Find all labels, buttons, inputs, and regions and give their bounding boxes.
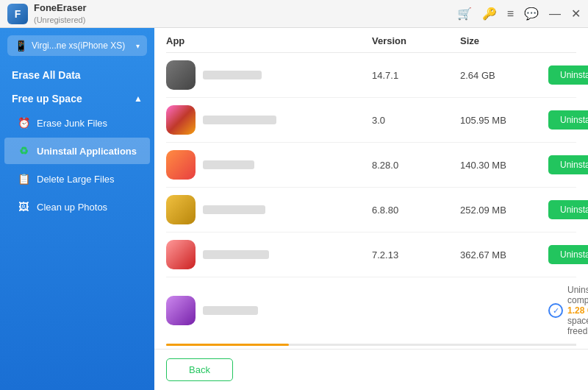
sidebar-item-erase-junk-label: Erase Junk Files	[37, 118, 107, 129]
col-version: Version	[372, 35, 460, 46]
version-4: 6.8.80	[372, 205, 460, 216]
uninstall-button-4[interactable]: Uninstall	[548, 200, 588, 219]
key-icon[interactable]: 🔑	[482, 7, 497, 21]
app-cell-2	[166, 105, 372, 135]
app-logo: F	[7, 4, 28, 24]
menu-icon[interactable]: ≡	[507, 7, 514, 21]
app-title-group: FoneEraser (Unregistered)	[34, 2, 87, 25]
app-name-blur-1	[203, 71, 262, 79]
title-bar: F FoneEraser (Unregistered) 🛒 🔑 ≡ 💬 — ✕	[0, 0, 588, 28]
size-1: 2.64 GB	[460, 70, 548, 81]
sidebar-item-clean-photos[interactable]: 🖼 Clean up Photos	[4, 194, 150, 220]
progress-strip	[166, 344, 576, 346]
table-row: 14.7.1 2.64 GB Uninstall	[166, 53, 576, 98]
photo-icon: 🖼	[16, 199, 31, 214]
chat-icon[interactable]: 💬	[524, 7, 539, 21]
col-app: App	[166, 35, 372, 46]
version-2: 3.0	[372, 115, 460, 126]
table-row: 6.8.80 252.09 MB Uninstall	[166, 188, 576, 233]
action-6: ✓ Uninstall completed, 1.28 GB space is …	[548, 285, 588, 336]
table-header: App Version Size	[166, 28, 576, 53]
app-icon-3	[166, 150, 196, 180]
sidebar: 📱 Virgi...ne xs(iPhone XS) ▾ Erase All D…	[0, 28, 154, 390]
action-5: Uninstall	[548, 245, 588, 264]
col-size: Size	[460, 35, 548, 46]
sidebar-item-delete-label: Delete Large Files	[37, 174, 115, 185]
sidebar-item-photos-label: Clean up Photos	[37, 202, 107, 213]
phone-icon: 📱	[15, 40, 27, 52]
size-3: 140.30 MB	[460, 160, 548, 171]
back-button[interactable]: Back	[166, 358, 233, 381]
bottom-bar: Back	[154, 349, 588, 390]
cart-icon[interactable]: 🛒	[457, 7, 472, 21]
table-row: 3.0 105.95 MB Uninstall	[166, 98, 576, 143]
app-icon-2	[166, 105, 196, 135]
app-icon-5	[166, 240, 196, 269]
app-name-blur-5	[203, 250, 269, 259]
uninstall-button-3[interactable]: Uninstall	[548, 155, 588, 174]
app-name-blur-4	[203, 205, 265, 214]
close-button[interactable]: ✕	[571, 7, 581, 21]
sidebar-item-delete-large[interactable]: 📋 Delete Large Files	[4, 166, 150, 192]
size-2: 105.95 MB	[460, 115, 548, 126]
app-cell-5	[166, 240, 372, 269]
version-3: 8.28.0	[372, 160, 460, 171]
action-2: Uninstall	[548, 110, 588, 130]
freed-size-6: 1.28 GB	[567, 305, 588, 316]
app-name: FoneEraser	[34, 2, 87, 15]
content-area: App Version Size 14.7.1 2.64 GB Uninstal…	[154, 28, 588, 390]
device-name: Virgi...ne xs(iPhone XS)	[32, 40, 136, 51]
version-5: 7.2.13	[372, 249, 460, 260]
app-cell-6	[166, 296, 372, 325]
sidebar-section-erase[interactable]: Erase All Data	[0, 60, 154, 85]
app-cell-3	[166, 150, 372, 180]
completed-text-6: Uninstall completed, 1.28 GB space is fr…	[567, 285, 588, 336]
sidebar-section-free-up: Free up Space ▲	[0, 85, 154, 109]
device-selector[interactable]: 📱 Virgi...ne xs(iPhone XS) ▾	[7, 35, 147, 56]
sidebar-item-erase-junk[interactable]: ⏰ Erase Junk Files	[4, 110, 150, 136]
app-name-blur-6	[203, 306, 258, 315]
check-icon-6: ✓	[548, 303, 563, 318]
table-row: 7.2.13 362.67 MB Uninstall	[166, 233, 576, 277]
size-4: 252.09 MB	[460, 205, 548, 216]
app-name-blur-2	[203, 116, 276, 124]
action-4: Uninstall	[548, 200, 588, 219]
size-5: 362.67 MB	[460, 249, 548, 260]
erase-all-data-label: Erase All Data	[12, 69, 81, 81]
completed-message-6: ✓ Uninstall completed, 1.28 GB space is …	[548, 285, 588, 336]
clock-icon: ⏰	[16, 116, 31, 130]
collapse-icon[interactable]: ▲	[134, 93, 143, 104]
version-1: 14.7.1	[372, 70, 460, 81]
sidebar-item-uninstall-label: Uninstall Applications	[37, 146, 137, 157]
uninstall-button-2[interactable]: Uninstall	[548, 110, 588, 130]
table-row: ✓ Uninstall completed, 1.28 GB space is …	[166, 277, 576, 344]
app-cell-4	[166, 195, 372, 224]
free-up-space-label: Free up Space	[12, 93, 82, 104]
app-cell-1	[166, 60, 372, 90]
minimize-button[interactable]: —	[549, 7, 561, 21]
app-subtitle: (Unregistered)	[34, 15, 87, 25]
app-table: App Version Size 14.7.1 2.64 GB Uninstal…	[154, 28, 588, 344]
uninstall-button-5[interactable]: Uninstall	[548, 245, 588, 264]
action-1: Uninstall	[548, 65, 588, 85]
action-3: Uninstall	[548, 155, 588, 174]
recycle-icon: ♻	[16, 143, 31, 158]
app-icon-1	[166, 60, 196, 90]
file-icon: 📋	[16, 171, 31, 186]
sidebar-item-uninstall-apps[interactable]: ♻ Uninstall Applications	[4, 138, 150, 164]
progress-fill	[166, 344, 289, 346]
col-action	[548, 35, 576, 46]
uninstall-button-1[interactable]: Uninstall	[548, 65, 588, 85]
table-row: 8.28.0 140.30 MB Uninstall	[166, 143, 576, 188]
title-bar-controls: 🛒 🔑 ≡ 💬 — ✕	[457, 7, 581, 21]
chevron-down-icon: ▾	[136, 42, 140, 50]
app-icon-6	[166, 296, 196, 325]
app-name-blur-3	[203, 160, 254, 169]
app-icon-4	[166, 195, 196, 224]
main-layout: 📱 Virgi...ne xs(iPhone XS) ▾ Erase All D…	[0, 28, 588, 390]
